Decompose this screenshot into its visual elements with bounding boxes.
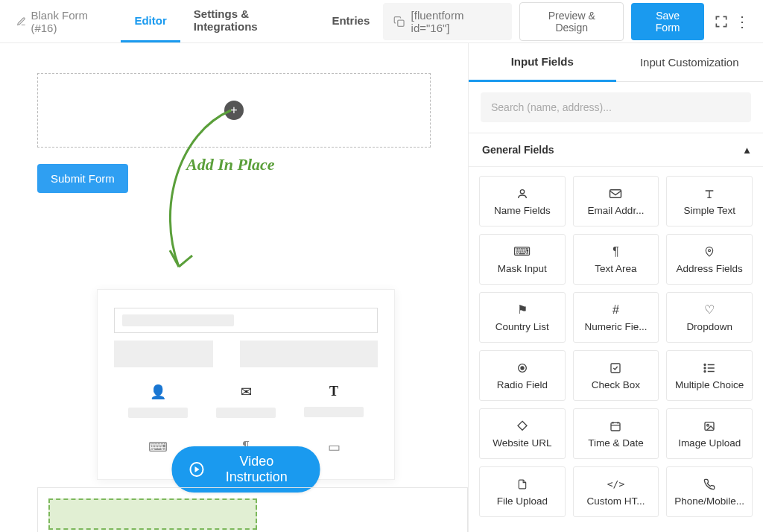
preview-row-input — [114, 308, 378, 333]
field-card-phone-mobile[interactable]: Phone/Mobile... — [666, 466, 753, 517]
tab-input-customization[interactable]: Input Customization — [616, 43, 764, 82]
user-icon: 👤 — [150, 384, 166, 400]
field-card-label: Numeric Fie... — [578, 321, 654, 332]
flag-icon: ⚑ — [517, 303, 528, 317]
svg-point-1 — [520, 189, 524, 193]
card-icon: ▭ — [328, 439, 341, 455]
fullscreen-icon — [714, 14, 729, 29]
field-card-image-upload[interactable]: Image Upload — [666, 408, 753, 459]
calendar-icon — [610, 419, 621, 433]
copy-icon — [393, 16, 405, 28]
field-card-label: Radio Field — [484, 379, 560, 390]
field-card-label: Dropdown — [671, 321, 747, 332]
chevron-up-icon: ▴ — [744, 144, 750, 156]
pin-icon — [704, 245, 715, 259]
file-icon — [517, 478, 528, 491]
more-menu-button[interactable]: ⋮ — [730, 14, 754, 29]
video-button-label: Video Instruction — [211, 454, 302, 485]
field-card-label: Time & Date — [578, 437, 654, 449]
field-card-label: Multiple Choice — [671, 379, 747, 390]
phone-icon — [703, 478, 715, 491]
tab-editor[interactable]: Editor — [121, 0, 180, 42]
field-card-email-addr[interactable]: Email Addr... — [573, 176, 659, 227]
field-card-radio-field[interactable]: Radio Field — [479, 350, 566, 401]
svg-rect-2 — [610, 189, 621, 197]
topbar: Blank Form (#16) Editor Settings & Integ… — [0, 0, 763, 43]
preview-icon-row-1: 👤 ✉ T — [114, 384, 378, 418]
shortcode-box[interactable]: [fluentform id="16"] — [383, 3, 512, 40]
field-card-simple-text[interactable]: Simple Text — [666, 176, 753, 227]
field-card-file-upload[interactable]: File Upload — [479, 466, 566, 517]
field-card-label: Address Fields — [671, 263, 747, 274]
para-icon: ¶ — [612, 245, 619, 259]
form-title-text: Blank Form (#16) — [31, 9, 113, 34]
field-card-check-box[interactable]: Check Box — [573, 350, 659, 401]
svg-rect-0 — [398, 20, 404, 26]
field-card-label: Text Area — [578, 263, 654, 274]
add-field-button[interactable]: + — [224, 101, 244, 120]
field-card-label: Check Box — [578, 379, 654, 390]
code-icon: </> — [607, 478, 624, 491]
field-card-label: Simple Text — [671, 205, 747, 216]
field-card-label: Email Addr... — [578, 205, 654, 216]
field-card-address-fields[interactable]: Address Fields — [666, 234, 753, 285]
svg-point-7 — [704, 364, 706, 365]
tab-settings[interactable]: Settings & Integrations — [180, 0, 319, 42]
svg-point-8 — [704, 367, 706, 369]
svg-point-5 — [521, 367, 524, 370]
link-icon — [516, 419, 528, 433]
radio-icon — [516, 361, 528, 375]
add-in-place-hint: Add In Place — [186, 155, 275, 174]
field-card-text-area[interactable]: ¶Text Area — [573, 234, 659, 285]
tab-entries[interactable]: Entries — [318, 0, 383, 42]
field-card-label: Name Fields — [484, 205, 560, 216]
field-card-label: Mask Input — [484, 263, 560, 274]
form-preview-card: 👤 ✉ T ⌨ ¶ ▭ Video Instruction — [97, 289, 395, 480]
video-instruction-button[interactable]: Video Instruction — [172, 446, 320, 493]
preview-design-button[interactable]: Preview & Design — [519, 2, 624, 41]
field-card-name-fields[interactable]: Name Fields — [479, 176, 566, 227]
user-icon — [516, 187, 528, 200]
field-card-custom-ht[interactable]: </>Custom HT... — [573, 466, 659, 517]
field-card-dropdown[interactable]: ♡Dropdown — [666, 292, 753, 343]
text-icon — [703, 187, 715, 200]
field-card-multiple-choice[interactable]: Multiple Choice — [666, 350, 753, 401]
form-canvas: + Submit Form Add In Place 👤 ✉ T ⌨ ¶ ▭ — [0, 43, 468, 532]
fullscreen-button[interactable] — [712, 12, 730, 31]
field-card-time-date[interactable]: Time & Date — [573, 408, 659, 459]
form-dropzone[interactable]: + — [37, 73, 431, 148]
preview-row-blocks — [114, 341, 378, 367]
svg-rect-6 — [611, 364, 620, 373]
svg-point-9 — [704, 370, 706, 372]
field-card-website-url[interactable]: Website URL — [479, 408, 566, 459]
drop-target-highlight[interactable] — [48, 498, 257, 530]
sidebar-tabs: Input Fields Input Customization — [469, 43, 763, 82]
mail-icon — [609, 187, 622, 200]
check-icon — [610, 361, 621, 375]
field-search-input[interactable] — [481, 92, 751, 122]
field-card-label: Country List — [484, 321, 560, 332]
submit-form-button[interactable]: Submit Form — [37, 164, 128, 193]
field-card-label: Phone/Mobile... — [671, 495, 747, 507]
field-card-mask-input[interactable]: ⌨Mask Input — [479, 234, 566, 285]
svg-point-3 — [709, 249, 711, 251]
pencil-icon — [16, 16, 26, 27]
field-card-label: Custom HT... — [578, 495, 654, 507]
field-card-country-list[interactable]: ⚑Country List — [479, 292, 566, 343]
shortcode-text: [fluentform id="16"] — [411, 9, 502, 34]
tab-input-fields[interactable]: Input Fields — [469, 43, 616, 82]
svg-point-12 — [707, 424, 709, 426]
form-title[interactable]: Blank Form (#16) — [9, 9, 121, 34]
mask-icon: ⌨ — [513, 245, 531, 259]
mail-icon: ✉ — [241, 384, 252, 400]
svg-rect-10 — [611, 422, 620, 431]
main: + Submit Form Add In Place 👤 ✉ T ⌨ ¶ ▭ — [0, 43, 763, 532]
field-card-label: Image Upload — [671, 437, 747, 449]
field-grid: Name FieldsEmail Addr...Simple Text⌨Mask… — [469, 167, 763, 526]
field-card-numeric-fie[interactable]: #Numeric Fie... — [573, 292, 659, 343]
save-form-button[interactable]: Save Form — [631, 3, 704, 40]
heart-icon: ♡ — [704, 303, 715, 317]
field-search-wrap — [469, 82, 763, 133]
section-general-fields[interactable]: General Fields ▴ — [469, 133, 763, 167]
fields-sidebar: Input Fields Input Customization General… — [468, 43, 763, 532]
